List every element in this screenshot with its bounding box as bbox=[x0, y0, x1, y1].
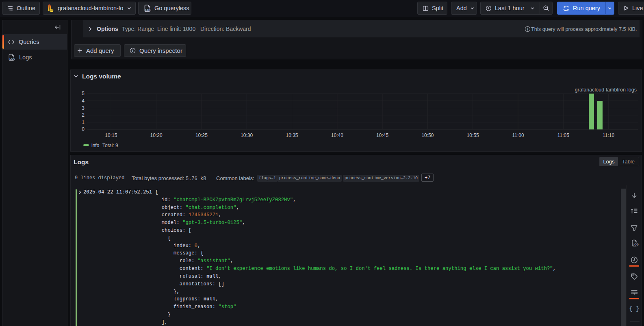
svg-text:10:25: 10:25 bbox=[195, 133, 208, 138]
svg-text:10:40: 10:40 bbox=[331, 133, 343, 138]
svg-text:Total: 9: Total: 9 bbox=[102, 143, 118, 148]
svg-text:10:20: 10:20 bbox=[150, 133, 163, 138]
svg-text:1: 1 bbox=[82, 120, 85, 125]
svg-text:10:45: 10:45 bbox=[376, 133, 388, 138]
svg-text:Logs volume: Logs volume bbox=[82, 73, 121, 80]
svg-text:LOG: LOG bbox=[633, 243, 639, 246]
svg-text:grafanacloud-lambtron-logs: grafanacloud-lambtron-logs bbox=[575, 87, 637, 93]
svg-text:10:50: 10:50 bbox=[421, 133, 434, 138]
svg-text:4: 4 bbox=[82, 98, 85, 104]
svg-text:info: info bbox=[91, 143, 100, 148]
svg-text:LOG: LOG bbox=[145, 8, 151, 12]
svg-text:0: 0 bbox=[82, 126, 85, 132]
svg-text:11:00: 11:00 bbox=[512, 133, 524, 138]
svg-text:10:55: 10:55 bbox=[467, 133, 479, 138]
svg-text:LOG: LOG bbox=[9, 57, 15, 60]
svg-text:5: 5 bbox=[82, 91, 85, 96]
svg-text:3: 3 bbox=[82, 105, 85, 111]
svg-text:2: 2 bbox=[82, 112, 85, 118]
svg-text:11:05: 11:05 bbox=[557, 133, 569, 138]
svg-text:10:15: 10:15 bbox=[105, 133, 117, 138]
svg-text:10:30: 10:30 bbox=[241, 133, 253, 138]
svg-text:i: i bbox=[527, 27, 528, 31]
svg-text:10:35: 10:35 bbox=[286, 133, 298, 138]
svg-text:11:10: 11:10 bbox=[603, 133, 614, 138]
svg-text:i: i bbox=[132, 49, 133, 53]
svg-text:{ }: { } bbox=[629, 306, 640, 312]
